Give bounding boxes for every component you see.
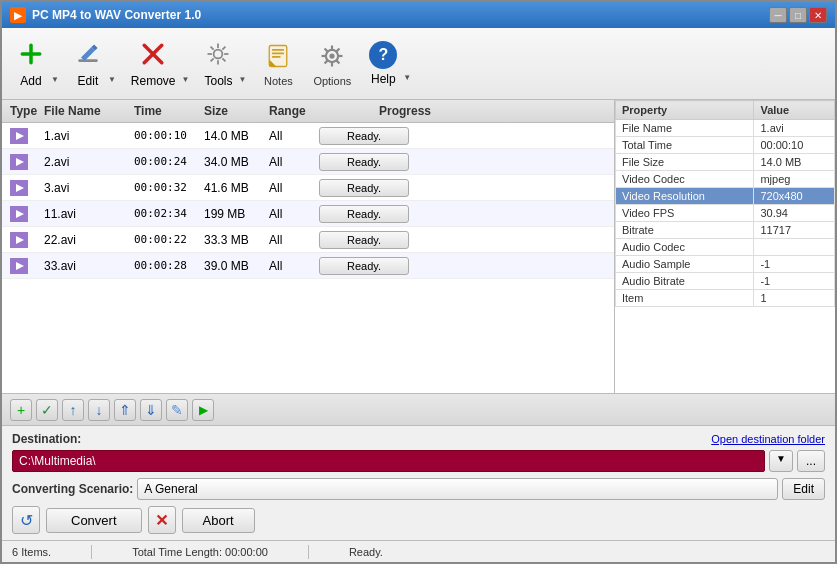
progress-button-0[interactable]: Ready.	[319, 127, 409, 145]
open-destination-link[interactable]: Open destination folder	[711, 433, 825, 445]
prop-value-7	[754, 239, 835, 256]
row-type-4	[2, 232, 44, 248]
table-row[interactable]: 22.avi 00:00:22 33.3 MB All Ready.	[2, 227, 614, 253]
tools-dropdown[interactable]: Tools ▼	[197, 35, 250, 93]
svg-rect-2	[78, 59, 97, 62]
notes-label: Notes	[264, 75, 293, 87]
main-window: ▶ PC MP4 to WAV Converter 1.0 ─ □ ✕ Add …	[0, 0, 837, 564]
file-icon-3	[10, 206, 28, 222]
table-row[interactable]: 33.avi 00:00:28 39.0 MB All Ready.	[2, 253, 614, 279]
remove-dropdown-arrow[interactable]: ▼	[180, 36, 193, 92]
maximize-button[interactable]: □	[789, 7, 807, 23]
file-icon-5	[10, 258, 28, 274]
abort-icon-button[interactable]: ✕	[148, 506, 176, 534]
prop-label-9: Audio Bitrate	[616, 273, 754, 290]
edit-item-button[interactable]: ✎	[166, 399, 188, 421]
row-range-4: All	[269, 233, 319, 247]
main-area: Type File Name Time Size Range Progress …	[2, 100, 835, 394]
table-row[interactable]: 11.avi 00:02:34 199 MB All Ready.	[2, 201, 614, 227]
main-toolbar: Add ▼ Edit ▼	[2, 28, 835, 100]
remove-dropdown[interactable]: Remove ▼	[124, 35, 194, 93]
progress-button-4[interactable]: Ready.	[319, 231, 409, 249]
title-bar-left: ▶ PC MP4 to WAV Converter 1.0	[10, 7, 201, 23]
status-divider-2	[308, 545, 309, 559]
help-dropdown[interactable]: ? Help ▼	[362, 36, 415, 91]
header-type: Type	[2, 104, 44, 118]
edit-dropdown[interactable]: Edit ▼	[67, 35, 120, 93]
svg-line-15	[211, 58, 214, 61]
abort-button[interactable]: Abort	[182, 508, 255, 533]
table-row[interactable]: 1.avi 00:00:10 14.0 MB All Ready.	[2, 123, 614, 149]
options-button[interactable]: Options	[306, 35, 358, 92]
row-time-3: 00:02:34	[134, 207, 204, 220]
prop-row: File Size 14.0 MB	[616, 154, 835, 171]
edit-button[interactable]: Edit	[68, 36, 106, 92]
row-size-3: 199 MB	[204, 207, 269, 221]
refresh-button[interactable]: ↺	[12, 506, 40, 534]
edit-dropdown-arrow[interactable]: ▼	[106, 36, 119, 92]
status-bar: 6 Items. Total Time Length: 00:00:00 Rea…	[2, 540, 835, 562]
options-label: Options	[313, 75, 351, 87]
edit-label: Edit	[78, 74, 99, 88]
progress-button-2[interactable]: Ready.	[319, 179, 409, 197]
row-filename-2: 3.avi	[44, 181, 134, 195]
prop-value-8: -1	[754, 256, 835, 273]
destination-input-row: ▼ ...	[12, 450, 825, 472]
header-filename: File Name	[44, 104, 134, 118]
secondary-toolbar: + ✓ ↑ ↓ ⇑ ⇓ ✎ ▶	[2, 394, 835, 426]
move-down-button[interactable]: ↓	[88, 399, 110, 421]
table-row[interactable]: 2.avi 00:00:24 34.0 MB All Ready.	[2, 149, 614, 175]
header-size: Size	[204, 104, 269, 118]
play-button[interactable]: ▶	[192, 399, 214, 421]
svg-rect-19	[272, 56, 281, 58]
row-size-0: 14.0 MB	[204, 129, 269, 143]
window-controls: ─ □ ✕	[769, 7, 827, 23]
status-total-time: Total Time Length: 00:00:00	[132, 546, 268, 558]
file-icon-2	[10, 180, 28, 196]
prop-row: Bitrate 11717	[616, 222, 835, 239]
svg-marker-3	[81, 47, 95, 61]
svg-line-29	[337, 60, 340, 63]
svg-rect-17	[272, 49, 284, 51]
svg-line-14	[223, 46, 226, 49]
add-button[interactable]: Add	[11, 36, 49, 92]
remove-icon	[139, 40, 167, 71]
move-bottom-button[interactable]: ⇓	[140, 399, 162, 421]
help-button[interactable]: ? Help	[363, 37, 401, 90]
scenario-select[interactable]: A General	[137, 478, 778, 500]
notes-button[interactable]: Notes	[254, 35, 302, 92]
row-size-4: 33.3 MB	[204, 233, 269, 247]
progress-button-1[interactable]: Ready.	[319, 153, 409, 171]
minimize-button[interactable]: ─	[769, 7, 787, 23]
file-icon-1	[10, 154, 28, 170]
close-button[interactable]: ✕	[809, 7, 827, 23]
remove-button[interactable]: Remove	[125, 36, 180, 92]
add-dropdown[interactable]: Add ▼	[10, 35, 63, 93]
table-header: Type File Name Time Size Range Progress	[2, 100, 614, 123]
tools-icon	[204, 40, 232, 71]
destination-dropdown[interactable]: ▼	[769, 450, 793, 472]
tools-dropdown-arrow[interactable]: ▼	[236, 36, 249, 92]
browse-button[interactable]: ...	[797, 450, 825, 472]
help-dropdown-arrow[interactable]: ▼	[401, 37, 414, 90]
scenario-edit-button[interactable]: Edit	[782, 478, 825, 500]
progress-button-5[interactable]: Ready.	[319, 257, 409, 275]
svg-rect-18	[272, 53, 284, 55]
prop-label-4: Video Resolution	[616, 188, 754, 205]
table-row[interactable]: 3.avi 00:00:32 41.6 MB All Ready.	[2, 175, 614, 201]
destination-input[interactable]	[12, 450, 765, 472]
move-up-button[interactable]: ↑	[62, 399, 84, 421]
move-top-button[interactable]: ⇑	[114, 399, 136, 421]
app-icon: ▶	[10, 7, 26, 23]
add-dropdown-arrow[interactable]: ▼	[49, 36, 62, 92]
prop-label-3: Video Codec	[616, 171, 754, 188]
add-item-button[interactable]: +	[10, 399, 32, 421]
check-button[interactable]: ✓	[36, 399, 58, 421]
svg-line-28	[325, 49, 328, 52]
prop-label-8: Audio Sample	[616, 256, 754, 273]
progress-button-3[interactable]: Ready.	[319, 205, 409, 223]
convert-button[interactable]: Convert	[46, 508, 142, 533]
tools-button[interactable]: Tools	[198, 36, 236, 92]
prop-label-0: File Name	[616, 120, 754, 137]
svg-point-7	[214, 49, 223, 58]
